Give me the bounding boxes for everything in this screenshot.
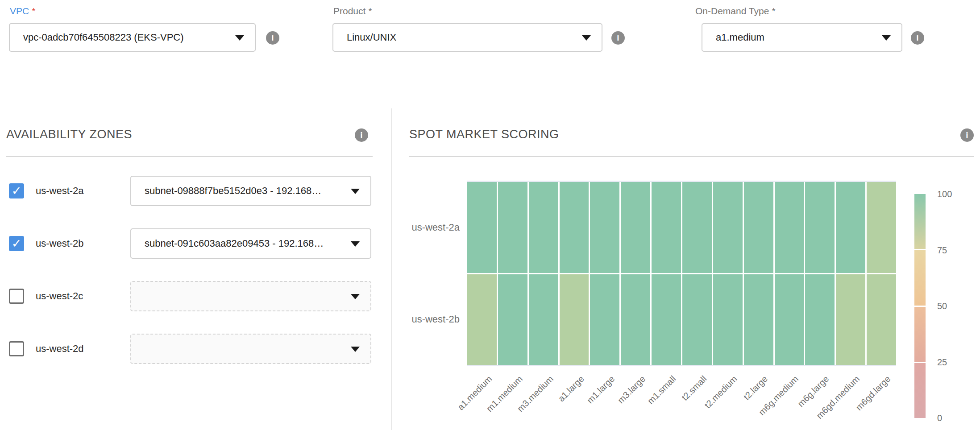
- on-demand-type-label-text: On-Demand Type: [695, 6, 769, 16]
- required-asterisk: *: [32, 6, 35, 16]
- heatmap-color-legend: [914, 194, 926, 418]
- required-asterisk: *: [368, 6, 372, 16]
- heatmap-cell: [498, 182, 527, 273]
- legend-tick-label: 0: [937, 412, 968, 424]
- chevron-down-icon: [351, 347, 360, 352]
- heatmap-cell: [713, 182, 743, 273]
- heatmap-cell: [713, 274, 743, 365]
- heatmap-cell: [529, 182, 558, 273]
- chevron-down-icon: [351, 294, 360, 299]
- subnet-select: [130, 334, 371, 364]
- heatmap-cell: [805, 274, 835, 365]
- section-rule: [6, 156, 373, 157]
- product-select[interactable]: Linux/UNIX: [332, 23, 602, 52]
- chevron-down-icon: [351, 241, 360, 247]
- vpc-label-text: VPC: [10, 6, 29, 16]
- spot-market-scoring-title: SPOT MARKET SCORING: [409, 128, 559, 141]
- info-icon[interactable]: i: [355, 128, 368, 142]
- required-asterisk: *: [772, 6, 775, 16]
- zone-row: ✓us-west-2bsubnet-091c603aa82e09453 - 19…: [0, 228, 391, 259]
- section-divider: [391, 108, 392, 430]
- heatmap-cell: [498, 274, 527, 365]
- heatmap-cell: [590, 182, 619, 273]
- heatmap-row-label: us-west-2a: [393, 222, 460, 233]
- heatmap-cell: [744, 182, 773, 273]
- check-icon: ✓: [9, 236, 24, 251]
- zone-checkbox[interactable]: [9, 341, 24, 356]
- chevron-down-icon: [351, 189, 360, 194]
- heatmap-cell: [775, 182, 804, 273]
- chevron-down-icon: [882, 35, 891, 41]
- zone-row: us-west-2d: [0, 334, 391, 364]
- product-select-value: Linux/UNIX: [347, 24, 396, 51]
- availability-zones-title: AVAILABILITY ZONES: [6, 128, 132, 141]
- product-label: Product*: [333, 4, 372, 18]
- heatmap-cell: [652, 274, 681, 365]
- heatmap-row-label: us-west-2b: [393, 314, 460, 325]
- subnet-select: [130, 281, 371, 311]
- heatmap-x-label: m1.small: [646, 374, 678, 406]
- section-rule: [409, 156, 974, 157]
- on-demand-type-label: On-Demand Type*: [695, 4, 776, 18]
- heatmap-cell: [590, 274, 619, 365]
- vpc-label: VPC*: [10, 4, 35, 18]
- vpc-select[interactable]: vpc-0adcb70f645508223 (EKS-VPC): [9, 23, 256, 52]
- heatmap-cell: [621, 274, 650, 365]
- legend-tick-label: 25: [937, 356, 968, 368]
- info-icon[interactable]: i: [266, 31, 279, 45]
- legend-tick-label: 50: [937, 300, 968, 312]
- heatmap-cell: [621, 182, 650, 273]
- subnet-select-value: subnet-09888f7be5152d0e3 - 192.168…: [145, 177, 321, 205]
- legend-tick-label: 100: [937, 188, 968, 200]
- zone-checkbox[interactable]: ✓: [9, 183, 24, 198]
- chevron-down-icon: [235, 35, 244, 41]
- heatmap-x-label: a1.large: [556, 374, 586, 404]
- subnet-select-value: subnet-091c603aa82e09453 - 192.168…: [145, 229, 324, 258]
- heatmap-cell: [560, 274, 589, 365]
- legend-gradient-segment: [914, 250, 926, 305]
- legend-gradient-segment: [914, 307, 926, 362]
- info-icon[interactable]: i: [911, 31, 924, 45]
- heatmap-cell: [836, 182, 865, 273]
- heatmap-cell: [529, 274, 558, 365]
- zone-label: us-west-2c: [36, 281, 83, 311]
- heatmap-x-label: t2.small: [680, 374, 709, 403]
- heatmap-x-label: m3.large: [616, 374, 648, 405]
- heatmap-x-label: m1.large: [585, 374, 617, 405]
- zone-row: ✓us-west-2asubnet-09888f7be5152d0e3 - 19…: [0, 176, 391, 206]
- subnet-select[interactable]: subnet-091c603aa82e09453 - 192.168…: [130, 228, 371, 259]
- heatmap-cell: [836, 274, 865, 365]
- heatmap-cell: [805, 182, 835, 273]
- heatmap-x-label: t2.large: [742, 374, 770, 402]
- heatmap-x-label: t2.medium: [702, 374, 739, 410]
- vpc-select-value: vpc-0adcb70f645508223 (EKS-VPC): [23, 24, 184, 51]
- spot-instance-config-page: VPC* vpc-0adcb70f645508223 (EKS-VPC) i P…: [0, 0, 980, 430]
- info-icon[interactable]: i: [960, 128, 974, 142]
- heatmap-cell: [775, 274, 804, 365]
- heatmap-cell: [744, 274, 773, 365]
- subnet-select[interactable]: subnet-09888f7be5152d0e3 - 192.168…: [130, 176, 371, 206]
- on-demand-type-select[interactable]: a1.medium: [702, 23, 902, 52]
- zone-checkbox[interactable]: [9, 289, 24, 304]
- on-demand-type-select-value: a1.medium: [716, 24, 764, 51]
- zone-row: us-west-2c: [0, 281, 391, 311]
- legend-gradient-segment: [914, 363, 926, 418]
- heatmap-cell: [652, 182, 681, 273]
- zone-label: us-west-2a: [36, 176, 84, 206]
- heatmap-cell: [682, 182, 712, 273]
- zone-label: us-west-2d: [36, 334, 84, 364]
- product-label-text: Product: [333, 6, 365, 16]
- heatmap-cell: [867, 182, 896, 273]
- legend-tick-label: 75: [937, 244, 968, 256]
- info-icon[interactable]: i: [611, 31, 625, 45]
- heatmap-cell: [467, 182, 497, 273]
- heatmap-cell: [867, 274, 896, 365]
- spot-market-heatmap: [467, 181, 896, 366]
- chevron-down-icon: [582, 35, 591, 41]
- heatmap-cell: [682, 274, 712, 365]
- legend-gradient-segment: [914, 194, 926, 249]
- check-icon: ✓: [9, 183, 24, 198]
- heatmap-cell: [560, 182, 589, 273]
- zone-label: us-west-2b: [36, 228, 84, 259]
- zone-checkbox[interactable]: ✓: [9, 236, 24, 251]
